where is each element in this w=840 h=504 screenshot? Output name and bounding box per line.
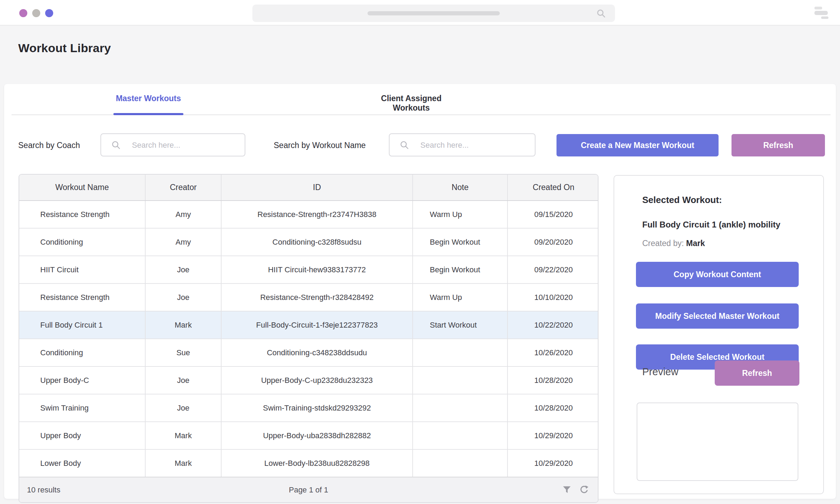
- table-row[interactable]: Swim TrainingJoeSwim-Training-stdskd2929…: [19, 394, 598, 422]
- table-row[interactable]: Resistance StrengthAmyResistance-Strengt…: [19, 201, 598, 228]
- table-cell: [413, 339, 507, 366]
- table-cell: Upper-Body-C-up2328du232323: [221, 366, 413, 394]
- table-cell: Resistance Strength: [19, 201, 145, 228]
- search-icon: [111, 140, 121, 150]
- table-cell: Conditioning-c348238ddsudu: [221, 339, 413, 366]
- search-icon: [399, 140, 409, 150]
- table-row[interactable]: Full Body Circuit 1MarkFull-Body-Circuit…: [19, 311, 598, 339]
- selected-workout-heading: Selected Workout:: [642, 195, 722, 205]
- column-header-workout-name: Workout Name: [19, 175, 145, 201]
- table-cell: Joe: [145, 256, 221, 284]
- menu-bar-segment: [821, 16, 828, 19]
- tab-bar: Master Workouts Client Assigned Workouts: [12, 84, 831, 115]
- table-cell: 09/22/2020: [507, 256, 598, 284]
- table-footer: 10 results Page 1 of 1: [19, 477, 598, 502]
- table-cell: HIIT Circuit-hew9383173772: [221, 256, 413, 284]
- search-coach-input[interactable]: [131, 134, 243, 156]
- table-cell: [413, 394, 507, 422]
- main-card: Master Workouts Client Assigned Workouts…: [4, 84, 836, 499]
- table-cell: Resistance Strength: [19, 284, 145, 311]
- table-cell: Resistance-Strength-r23747H3838: [221, 201, 413, 228]
- results-count: 10 results: [27, 485, 60, 495]
- page-title: Workout Library: [18, 41, 111, 55]
- table-cell: 10/26/2020: [507, 339, 598, 366]
- table-cell: HIIT Circuit: [19, 256, 145, 284]
- created-by-label: Created by:: [642, 239, 684, 248]
- table-cell: Start Workout: [413, 311, 507, 339]
- table-cell: Mark: [145, 422, 221, 449]
- preview-box: [637, 402, 798, 481]
- pagination-status: Page 1 of 1: [289, 485, 328, 495]
- search-by-coach-label: Search by Coach: [18, 141, 80, 150]
- menu-bar-segment: [814, 7, 822, 9]
- table-row[interactable]: Upper BodyMarkUpper-Body-uba2838dh282882…: [19, 422, 598, 449]
- window-control-dot-2[interactable]: [32, 9, 40, 17]
- preview-refresh-button[interactable]: Refresh: [715, 360, 799, 386]
- table-cell: Begin Workout: [413, 256, 507, 284]
- window-control-dot-1[interactable]: [19, 9, 27, 17]
- search-by-coach-field: [100, 133, 245, 156]
- table-row[interactable]: ConditioningAmyConditioning-c328f8sudsuB…: [19, 228, 598, 256]
- table-cell: Upper-Body-uba2838dh282882: [221, 422, 413, 449]
- table-cell: Warm Up: [413, 284, 507, 311]
- column-header-note: Note: [413, 175, 507, 201]
- table-cell: Conditioning: [19, 339, 145, 366]
- table-cell: Upper Body: [19, 422, 145, 449]
- created-by-line: Created by: Mark: [642, 239, 705, 248]
- window-controls: [19, 9, 53, 17]
- table-row[interactable]: ConditioningSueConditioning-c348238ddsud…: [19, 339, 598, 366]
- menu-bars-icon[interactable]: [814, 7, 828, 19]
- table-cell: Joe: [145, 366, 221, 394]
- filter-icon[interactable]: [562, 485, 572, 495]
- column-header-created-on: Created On: [507, 175, 598, 201]
- search-by-workout-name-field: [389, 133, 536, 156]
- search-icon[interactable]: [596, 8, 606, 18]
- created-by-value: Mark: [686, 239, 705, 248]
- table-header: Workout Name Creator ID Note Created On: [19, 175, 598, 201]
- table-cell: Mark: [145, 449, 221, 477]
- table-row[interactable]: HIIT CircuitJoeHIIT Circuit-hew938317377…: [19, 256, 598, 284]
- table-cell: Begin Workout: [413, 228, 507, 256]
- table-row[interactable]: Resistance StrengthJoeResistance-Strengt…: [19, 284, 598, 311]
- tab-master-workouts[interactable]: Master Workouts: [113, 94, 183, 103]
- table-cell: 10/28/2020: [507, 366, 598, 394]
- table-cell: Joe: [145, 394, 221, 422]
- tab-client-assigned-workouts[interactable]: Client Assigned Workouts: [362, 94, 460, 113]
- table-cell: Swim Training: [19, 394, 145, 422]
- table-cell: Mark: [145, 311, 221, 339]
- copy-workout-content-button[interactable]: Copy Workout Content: [636, 262, 799, 287]
- table-row[interactable]: Upper Body-CJoeUpper-Body-C-up2328du2323…: [19, 366, 598, 394]
- table-cell: 10/29/2020: [507, 449, 598, 477]
- table-cell: Amy: [145, 228, 221, 256]
- table-cell: [413, 422, 507, 449]
- column-header-creator: Creator: [145, 175, 221, 201]
- table-cell: Conditioning-c328f8sudsu: [221, 228, 413, 256]
- workouts-table: Workout Name Creator ID Note Created On …: [19, 174, 598, 503]
- table-cell: 10/22/2020: [507, 311, 598, 339]
- window-titlebar: [0, 0, 840, 26]
- table-cell: Full Body Circuit 1: [19, 311, 145, 339]
- table-cell: 09/20/2020: [507, 228, 598, 256]
- table-cell: 09/15/2020: [507, 201, 598, 228]
- address-bar-placeholder-line: [368, 11, 500, 15]
- table-row[interactable]: Lower BodyMarkLower-Body-lb238uu82828298…: [19, 449, 598, 477]
- table-cell: 10/29/2020: [507, 422, 598, 449]
- table-cell: Sue: [145, 339, 221, 366]
- table-cell: Joe: [145, 284, 221, 311]
- create-new-master-workout-button[interactable]: Create a New Master Workout: [556, 134, 719, 156]
- address-bar[interactable]: [252, 5, 615, 22]
- refresh-button[interactable]: Refresh: [732, 134, 825, 156]
- search-workout-name-input[interactable]: [420, 134, 533, 156]
- table-cell: Full-Body-Circuit-1-f3eje122377823: [221, 311, 413, 339]
- selected-workout-name: Full Body Circuit 1 (ankle) mobility: [642, 220, 780, 230]
- reload-icon[interactable]: [579, 485, 589, 495]
- window-control-dot-3[interactable]: [45, 9, 53, 17]
- table-cell: Warm Up: [413, 201, 507, 228]
- active-tab-underline: [113, 113, 183, 115]
- screen: Workout Library Master Workouts Client A…: [0, 0, 840, 504]
- selected-workout-panel: Selected Workout: Full Body Circuit 1 (a…: [614, 175, 824, 494]
- menu-bar-segment: [814, 11, 828, 15]
- table-cell: Upper Body-C: [19, 366, 145, 394]
- modify-selected-master-workout-button[interactable]: Modify Selected Master Workout: [636, 303, 799, 329]
- table-cell: Lower Body: [19, 449, 145, 477]
